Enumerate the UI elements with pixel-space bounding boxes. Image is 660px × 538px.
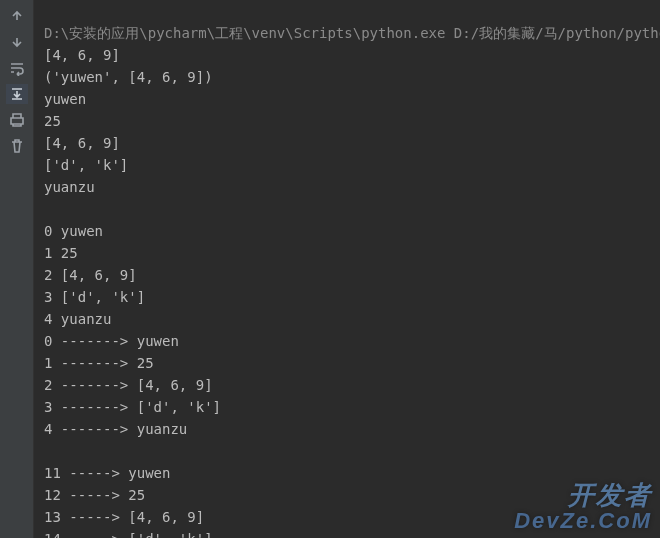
- output-line: 0 -------> yuwen: [44, 333, 179, 349]
- command-line: D:\安装的应用\pycharm\工程\venv\Scripts\python.…: [44, 25, 660, 41]
- output-line: ('yuwen', [4, 6, 9]): [44, 69, 213, 85]
- output-line: 11 -----> yuwen: [44, 465, 170, 481]
- output-line: [4, 6, 9]: [44, 47, 120, 63]
- output-line: [4, 6, 9]: [44, 135, 120, 151]
- arrow-down-icon[interactable]: [6, 32, 28, 52]
- output-line: yuwen: [44, 91, 86, 107]
- output-line: 0 yuwen: [44, 223, 103, 239]
- console-gutter: [0, 0, 34, 538]
- output-line: 25: [44, 113, 61, 129]
- arrow-up-icon[interactable]: [6, 6, 28, 26]
- output-line: 13 -----> [4, 6, 9]: [44, 509, 204, 525]
- wrap-lines-icon[interactable]: [6, 58, 28, 78]
- scroll-to-end-icon[interactable]: [6, 84, 28, 104]
- output-line: yuanzu: [44, 179, 95, 195]
- output-line: 2 -------> [4, 6, 9]: [44, 377, 213, 393]
- output-line: 14 -----> ['d', 'k']: [44, 531, 213, 538]
- run-toolwindow: D:\安装的应用\pycharm\工程\venv\Scripts\python.…: [0, 0, 660, 538]
- output-line: 4 yuanzu: [44, 311, 111, 327]
- print-icon[interactable]: [6, 110, 28, 130]
- output-line: 12 -----> 25: [44, 487, 145, 503]
- output-line: 4 -------> yuanzu: [44, 421, 187, 437]
- output-line: 3 ['d', 'k']: [44, 289, 145, 305]
- output-line: 1 25: [44, 245, 78, 261]
- trash-icon[interactable]: [6, 136, 28, 156]
- output-line: 3 -------> ['d', 'k']: [44, 399, 221, 415]
- output-line: ['d', 'k']: [44, 157, 128, 173]
- console-output[interactable]: D:\安装的应用\pycharm\工程\venv\Scripts\python.…: [34, 0, 660, 538]
- output-line: 1 -------> 25: [44, 355, 154, 371]
- output-line: 2 [4, 6, 9]: [44, 267, 137, 283]
